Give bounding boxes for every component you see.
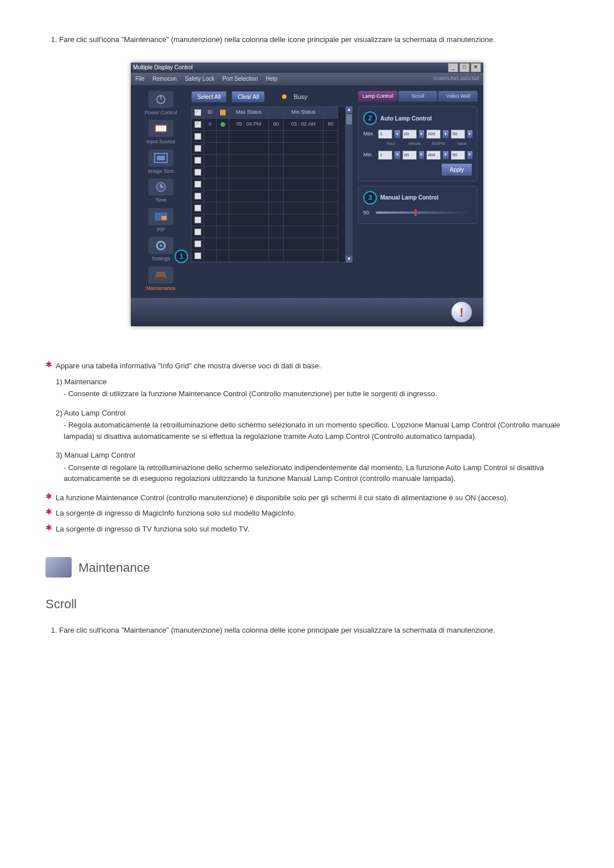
sidebar-item-pip[interactable]: PIP	[137, 208, 185, 234]
note-text: La funzione Maintenance Control (control…	[56, 492, 508, 504]
table-row	[192, 178, 345, 190]
chevron-down-icon[interactable]: ▾	[395, 130, 400, 138]
list-item: 3) Manual Lamp Control - Consente di reg…	[56, 450, 569, 484]
callout-2: 2	[363, 111, 377, 125]
warning-icon: !	[451, 302, 472, 322]
sidebar-item-maintenance[interactable]: Maintenance	[137, 267, 185, 293]
manual-slider[interactable]	[376, 211, 472, 214]
app-window: Multiple Display Control _ □ ✕ File Remo…	[131, 63, 483, 327]
subsection-title: Scroll	[45, 595, 569, 613]
auto-lamp-panel: 2 Auto Lamp Control Max. 1▾ 00▾ AM▾ 50▾ …	[358, 106, 478, 181]
table-row	[192, 131, 345, 143]
window-titlebar: Multiple Display Control _ □ ✕	[131, 63, 483, 73]
select-all-button[interactable]: Select All	[191, 91, 227, 103]
max-ampm-input[interactable]: AM	[426, 130, 441, 139]
busy-label: Busy	[293, 92, 307, 102]
clear-all-button[interactable]: Clear All	[231, 91, 265, 103]
tab-lamp-control[interactable]: Lamp Control	[358, 91, 397, 102]
min-ampm-input[interactable]: AM	[426, 151, 441, 160]
power-icon	[148, 91, 173, 108]
chevron-down-icon[interactable]: ▾	[443, 130, 448, 138]
tab-scroll[interactable]: Scroll	[399, 91, 438, 102]
chevron-down-icon[interactable]: ▾	[419, 151, 424, 159]
window-title: Multiple Display Control	[133, 63, 193, 72]
outro-steps-list: Fare clic sull'icona "Maintenance" (manu…	[45, 625, 569, 636]
col-status-icon	[217, 107, 229, 119]
table-row[interactable]: 0 05 : 04 PM 60 03 : 02 AM 80	[192, 119, 345, 131]
chevron-down-icon[interactable]: ▾	[467, 130, 472, 138]
min-hour-input[interactable]: 1	[378, 151, 392, 160]
note-item: ✱ Appare una tabella informativa "Info G…	[45, 360, 569, 372]
maximize-button[interactable]: □	[459, 63, 470, 72]
max-minute-input[interactable]: 00	[403, 130, 417, 139]
callout-1: 1	[175, 250, 188, 263]
section-title: Maintenance	[78, 558, 150, 577]
brand-label: SAMSUNG DIGITall	[285, 75, 479, 83]
intro-step: Fare clic sull'icona "Maintenance" (manu…	[59, 34, 569, 45]
table-row	[192, 202, 345, 214]
sidebar-item-input-source[interactable]: Input Source	[137, 120, 185, 146]
grid-scrollbar[interactable]: ▲ ▼	[346, 106, 352, 263]
cell-max-status: 05 : 04 PM	[229, 119, 269, 131]
cell-max-val: 60	[269, 119, 284, 131]
sidebar-item-power-control[interactable]: Power Control	[137, 91, 185, 117]
chevron-down-icon[interactable]: ▾	[443, 151, 448, 159]
svg-point-13	[160, 244, 162, 247]
header-checkbox[interactable]	[194, 109, 201, 116]
row-checkbox[interactable]	[194, 121, 201, 128]
status-dot-icon	[221, 122, 225, 127]
table-row	[192, 226, 345, 238]
busy-indicator-icon	[282, 94, 287, 99]
cell-id: 0	[204, 119, 217, 131]
sidebar-item-image-size[interactable]: Image Size	[137, 149, 185, 176]
menu-safety-lock[interactable]: Safety Lock	[185, 74, 214, 83]
max-label: Max.	[363, 130, 376, 138]
svg-rect-11	[161, 216, 167, 220]
chevron-down-icon[interactable]: ▾	[419, 130, 424, 138]
callout-3: 3	[363, 191, 377, 205]
input-source-icon	[148, 120, 173, 137]
note-item: ✱ La sorgente di ingresso di TV funziona…	[45, 524, 569, 535]
manual-lamp-title: Manual Lamp Control	[380, 193, 438, 202]
menu-help[interactable]: Help	[265, 74, 277, 83]
slider-thumb[interactable]	[414, 209, 417, 216]
grid-toolbar: Select All Clear All Busy	[191, 91, 352, 103]
max-row: Max. 1▾ 00▾ AM▾ 50▾	[363, 130, 472, 139]
col-id: ID	[204, 107, 217, 119]
scroll-down-icon[interactable]: ▼	[346, 256, 352, 263]
star-icon: ✱	[45, 492, 52, 504]
sublabels-row: Hour Minute AM/PM Value	[380, 141, 472, 147]
table-row	[192, 167, 345, 178]
chevron-down-icon[interactable]: ▾	[395, 151, 400, 159]
menu-file[interactable]: File	[135, 74, 144, 83]
table-row	[192, 143, 345, 155]
sidebar-item-settings[interactable]: Settings 1	[137, 237, 185, 263]
menu-remocon[interactable]: Remocon	[152, 74, 177, 83]
min-label: Min.	[363, 151, 376, 159]
max-hour-input[interactable]: 1	[378, 130, 392, 139]
table-row	[192, 190, 345, 202]
close-button[interactable]: ✕	[471, 63, 481, 72]
table-row	[192, 238, 345, 250]
minimize-button[interactable]: _	[448, 63, 458, 72]
min-value-input[interactable]: 50	[451, 151, 465, 160]
center-column: Select All Clear All Busy ID Max Status …	[191, 91, 352, 293]
table-row	[192, 155, 345, 167]
svg-rect-3	[156, 126, 166, 131]
note-text: Appare una tabella informativa "Info Gri…	[56, 360, 321, 372]
menu-port-selection[interactable]: Port Selection	[222, 74, 258, 83]
auto-lamp-title: Auto Lamp Control	[380, 114, 432, 123]
min-minute-input[interactable]: 00	[403, 151, 417, 160]
scroll-thumb[interactable]	[346, 114, 352, 124]
tab-video-wall[interactable]: Video Wall	[438, 91, 478, 102]
apply-button[interactable]: Apply	[441, 163, 472, 176]
sidebar-item-time[interactable]: Time	[137, 178, 185, 205]
time-icon	[148, 178, 173, 196]
cell-min-status: 03 : 02 AM	[284, 119, 323, 131]
svg-point-15	[155, 277, 167, 280]
pip-icon	[148, 208, 173, 225]
chevron-down-icon[interactable]: ▾	[467, 151, 472, 159]
scroll-up-icon[interactable]: ▲	[346, 106, 352, 113]
col-min-val	[323, 107, 338, 119]
max-value-input[interactable]: 50	[451, 130, 465, 139]
